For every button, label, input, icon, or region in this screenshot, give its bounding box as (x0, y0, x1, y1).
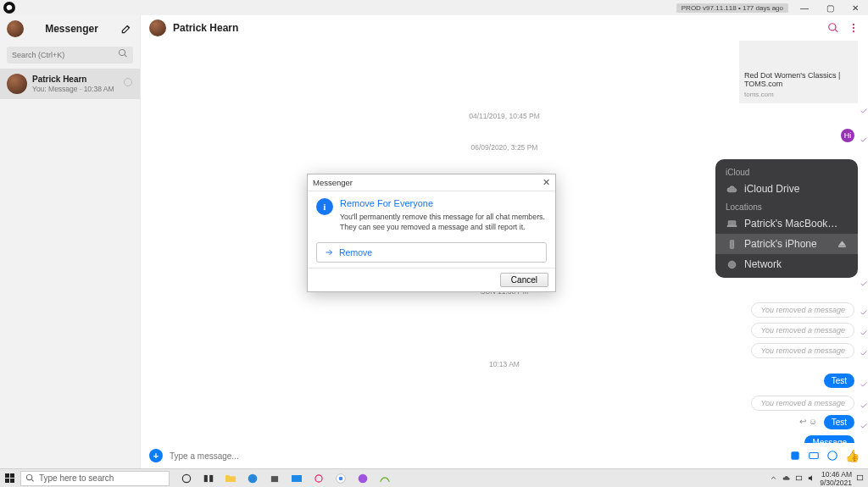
cancel-button[interactable]: Cancel (500, 273, 548, 287)
message-bubble[interactable]: Test (824, 374, 854, 388)
conversation-options-icon[interactable] (123, 77, 133, 87)
finder-sidebar-image[interactable]: iCloud iCloud Drive Locations Patrick's … (715, 159, 858, 278)
svg-point-11 (828, 451, 837, 461)
search-icon (25, 473, 35, 483)
svg-rect-6 (730, 240, 733, 248)
seen-indicator-icon (860, 418, 868, 427)
system-tray: 10:46 AM 9/30/2021 (769, 470, 868, 487)
remove-message-dialog: Messenger ✕ i Remove For Everyone You'll… (307, 174, 556, 292)
gif-icon[interactable] (808, 450, 820, 462)
conversation-name: Patrick Hearn (32, 75, 114, 85)
network-icon[interactable] (794, 473, 804, 483)
taskbar-time: 10:46 AM (821, 470, 852, 479)
info-icon: i (316, 198, 333, 215)
mail-icon[interactable] (290, 472, 303, 485)
dialog-heading: Remove For Everyone (340, 198, 547, 208)
start-button[interactable] (0, 469, 19, 488)
file-explorer-icon[interactable] (224, 472, 237, 485)
app-icon[interactable] (378, 472, 392, 485)
seen-indicator-icon (860, 377, 868, 385)
add-attachment-button[interactable]: + (149, 449, 163, 462)
window-maximize-button[interactable]: ▢ (817, 0, 843, 15)
onedrive-icon[interactable] (782, 473, 791, 483)
seen-indicator-icon (860, 305, 868, 313)
remove-button-label: Remove (339, 247, 372, 257)
finder-row-macbook: Patrick's MacBook… (715, 213, 858, 234)
chat-header: Patrick Hearn (141, 15, 868, 41)
message-hover-actions[interactable]: ↩ ☺ (799, 417, 817, 426)
chat-timestamp: 10:13 AM (141, 360, 868, 368)
seen-indicator-icon (860, 398, 868, 407)
svg-point-15 (248, 473, 258, 483)
svg-point-12 (182, 474, 190, 482)
svg-point-20 (339, 476, 343, 480)
finder-row-label: iCloud Drive (744, 183, 799, 195)
window-close-button[interactable]: ✕ (843, 0, 868, 15)
seen-indicator-icon (860, 325, 868, 334)
seen-indicator-icon (860, 132, 868, 141)
dialog-close-button[interactable]: ✕ (542, 177, 550, 188)
my-avatar[interactable] (7, 20, 24, 37)
task-view-icon[interactable] (202, 472, 215, 485)
chrome-icon[interactable] (334, 472, 348, 485)
globe-icon (726, 258, 737, 270)
svg-rect-13 (204, 474, 208, 481)
tray-chevron-icon[interactable] (769, 473, 778, 483)
seen-indicator-icon (860, 276, 868, 285)
svg-point-0 (125, 79, 132, 86)
emoji-icon[interactable]: ☺ (809, 417, 817, 426)
chat-header-actions (827, 22, 860, 34)
message-input-bar: + 👍 (141, 443, 868, 468)
windows-logo-icon (5, 473, 14, 483)
link-source: toms.com (744, 91, 853, 98)
taskbar-search-placeholder: Type here to search (39, 473, 114, 483)
finder-row-network: Network (715, 254, 858, 274)
message-input[interactable] (170, 451, 782, 461)
removed-message-pill[interactable]: You removed a message (751, 323, 854, 338)
more-options-icon[interactable] (848, 22, 860, 34)
store-icon[interactable] (268, 472, 281, 485)
notifications-icon[interactable] (855, 473, 865, 483)
seen-indicator-icon (860, 346, 868, 354)
cortana-icon[interactable] (180, 472, 193, 485)
chat-contact-name: Patrick Hearn (173, 22, 238, 34)
sticker-icon[interactable] (789, 450, 801, 462)
message-bubble[interactable]: Test (824, 415, 854, 429)
taskbar-search[interactable]: Type here to search (20, 471, 170, 486)
message-bubble-hi[interactable]: Hi (841, 129, 854, 142)
removed-message-pill[interactable]: You removed a message (751, 302, 854, 318)
removed-message-pill[interactable]: You removed a message (751, 396, 854, 411)
reply-icon[interactable]: ↩ (799, 417, 806, 426)
conversation-search-icon[interactable] (827, 22, 839, 34)
taskbar-clock[interactable]: 10:46 AM 9/30/2021 (820, 470, 852, 487)
emoji-picker-icon[interactable] (826, 450, 838, 462)
window-titlebar: PROD v97.11.118 • 177 days ago — ▢ ✕ (0, 0, 868, 15)
conversation-sidebar: Messenger Patrick Hearn You: Message · 1… (0, 15, 141, 468)
search-input[interactable] (7, 47, 133, 64)
chat-contact-avatar[interactable] (149, 19, 166, 36)
compose-icon[interactable] (120, 22, 133, 36)
link-preview-card[interactable]: Red Dot Women's Classics | TOMS.com toms… (739, 41, 858, 103)
chat-timestamp: 04/11/2019, 10:45 PM (141, 112, 868, 120)
window-minimize-button[interactable]: — (792, 0, 817, 15)
volume-icon[interactable] (807, 473, 816, 483)
messenger-taskbar-icon[interactable] (356, 472, 370, 485)
message-bubble[interactable]: Message (804, 435, 854, 443)
conversation-preview: You: Message · 10:38 AM (32, 85, 114, 94)
finder-row-label: Network (744, 258, 782, 270)
remove-button[interactable]: Remove (316, 242, 547, 263)
svg-rect-4 (728, 220, 736, 224)
windows-taskbar: Type here to search 10:46 AM 9/30/2021 (0, 468, 868, 487)
messenger-app-icon (3, 2, 15, 14)
finder-row-label: Patrick's iPhone (744, 238, 817, 250)
edge-icon[interactable] (246, 472, 259, 485)
svg-rect-14 (209, 474, 213, 481)
search-icon (118, 48, 128, 58)
conversation-item[interactable]: Patrick Hearn You: Message · 10:38 AM (0, 69, 140, 99)
thumbs-up-button[interactable]: 👍 (845, 449, 860, 462)
finder-section-label: Locations (715, 199, 858, 213)
removed-message-pill[interactable]: You removed a message (751, 343, 854, 358)
app-icon[interactable] (312, 472, 326, 485)
phone-icon (726, 238, 737, 250)
link-title: Red Dot Women's Classics | TOMS.com (744, 71, 853, 88)
